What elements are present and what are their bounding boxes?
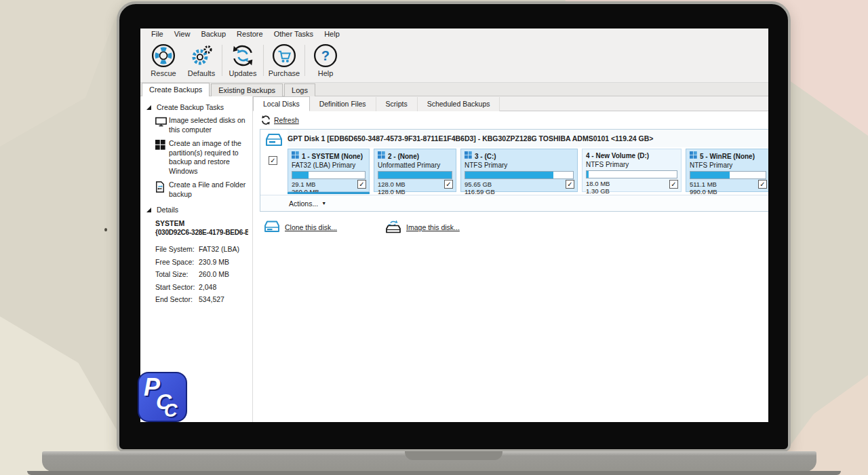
partition-usage-fill — [292, 172, 309, 178]
tree-header-label: Create Backup Tasks — [157, 103, 224, 111]
partition-sizes: 128.0 MB128.0 MB — [378, 180, 452, 195]
partition-usage-bar — [292, 171, 366, 179]
image-disk-link[interactable]: Image this disk... — [406, 223, 460, 231]
partition-filesystem: Unformatted Primary — [378, 161, 452, 170]
main-tab-strip: Create BackupsExisting BackupsLogs — [140, 83, 768, 96]
task-item[interactable]: Create an image of the partition(s) requ… — [155, 139, 250, 176]
partition-usage-bar — [586, 170, 677, 178]
partition-checkbox[interactable]: ✓ — [566, 180, 574, 189]
menu-help[interactable]: Help — [319, 28, 345, 40]
create-backup-tasks-header[interactable]: Create Backup Tasks — [140, 103, 252, 111]
partition-usage-bar — [690, 171, 766, 179]
menu-backup[interactable]: Backup — [195, 28, 231, 40]
subtab-scripts[interactable]: Scripts — [376, 97, 418, 111]
task-item[interactable]: Image selected disks on this computer — [155, 116, 250, 134]
partition-box[interactable]: 2 - (None)Unformatted Primary128.0 MB128… — [374, 149, 456, 192]
defaults-icon — [189, 43, 214, 68]
partition-filesystem: NTFS Primary — [586, 160, 677, 169]
partition-name: 2 - (None) — [388, 152, 419, 161]
actions-dropdown[interactable]: Actions... — [289, 200, 318, 208]
updates-button[interactable]: Updates — [224, 43, 262, 77]
partition-box[interactable]: 3 - (C:)NTFS Primary95.65 GB116.59 GB✓ — [460, 149, 578, 192]
partition-sizes: 18.0 MB1.30 GB — [586, 180, 677, 195]
details-panel: SYSTEM {030D92C6-328E-4179-BED6-B1 File … — [155, 218, 248, 306]
tree-header-label: Details — [157, 206, 178, 214]
detail-value: 534,527 — [199, 295, 224, 303]
defaults-button[interactable]: Defaults — [182, 43, 220, 77]
rescue-icon — [151, 43, 176, 68]
partition-usage-bar — [465, 171, 574, 179]
partition-checkbox[interactable]: ✓ — [444, 180, 453, 189]
tab-existing-backups[interactable]: Existing Backups — [211, 83, 283, 96]
detail-label: Start Sector: — [155, 281, 199, 294]
partition-name: 4 - New Volume (D:) — [586, 151, 649, 160]
partition-name: 1 - SYSTEM (None) — [302, 152, 363, 161]
partition-box[interactable]: 4 - New Volume (D:)NTFS Primary18.0 MB1.… — [582, 149, 682, 192]
file-backup-icon — [155, 180, 169, 199]
partition-sizes: 95.65 GB116.59 GB — [465, 180, 574, 195]
toolbar: RescueDefaultsUpdatesPurchase?Help — [140, 40, 768, 83]
refresh-icon — [261, 115, 271, 125]
partition-usage-fill — [587, 171, 589, 178]
clone-disk-link[interactable]: Clone this disk... — [285, 223, 337, 231]
laptop-base — [42, 451, 816, 472]
app-window: FileViewBackupRestoreOther TasksHelp Res… — [140, 28, 768, 422]
task-label: Create an image of the partition(s) requ… — [169, 139, 250, 176]
expander-icon — [146, 208, 151, 212]
help-button[interactable]: ?Help — [307, 43, 344, 77]
menu-view[interactable]: View — [169, 28, 196, 40]
purchase-button[interactable]: Purchase — [265, 43, 303, 77]
hard-disk-icon — [264, 132, 284, 148]
details-header[interactable]: Details — [140, 206, 252, 214]
partition-checkbox[interactable]: ✓ — [758, 180, 767, 189]
tab-logs[interactable]: Logs — [284, 83, 315, 96]
watermark-logo: P C C — [138, 372, 187, 422]
laptop-base-edge — [27, 471, 841, 475]
help-icon: ? — [313, 43, 338, 68]
purchase-icon — [272, 43, 296, 68]
detail-label: Free Space: — [155, 256, 199, 269]
partition-box[interactable]: 1 - SYSTEM (None)FAT32 (LBA) Primary29.1… — [288, 149, 370, 192]
partition-checkbox[interactable]: ✓ — [669, 180, 678, 189]
subtab-scheduled-backups[interactable]: Scheduled Backups — [418, 97, 500, 111]
toolbar-separator — [263, 45, 264, 76]
image-disk-icon — [384, 220, 402, 235]
rescue-button[interactable]: Rescue — [144, 43, 182, 77]
detail-label: File System: — [155, 243, 199, 256]
logo-letter: C — [164, 402, 178, 420]
windows-logo-icon — [465, 151, 472, 161]
disk-checkbox[interactable]: ✓ — [269, 156, 277, 165]
partition-usage-fill — [465, 172, 553, 178]
partition-checkbox[interactable]: ✓ — [357, 180, 366, 189]
task-label: Create a File and Folder backup — [169, 180, 250, 199]
image-disk-link-item: Image this disk... — [384, 220, 460, 235]
toolbar-button-label: Help — [318, 69, 334, 77]
background-shape — [0, 0, 122, 163]
partition-name: 5 - WinRE (None) — [700, 152, 755, 161]
task-item[interactable]: Create a File and Folder backup — [155, 180, 250, 199]
partition-name: 3 - (C:) — [475, 152, 496, 161]
windows-logo-icon — [378, 151, 385, 161]
background-speck — [104, 228, 107, 231]
svg-text:?: ? — [321, 48, 330, 63]
laptop-trackpad-notch — [405, 451, 502, 460]
partition-box[interactable]: 5 - WinRE (None)NTFS Primary511.1 MB990.… — [686, 149, 768, 192]
subtab-local-disks[interactable]: Local Disks — [253, 96, 310, 111]
tab-create-backups[interactable]: Create Backups — [142, 83, 210, 96]
clone-disk-link-item: Clone this disk... — [263, 220, 337, 235]
detail-row: Total Size:260.0 MB — [155, 268, 248, 281]
partition-filesystem: FAT32 (LBA) Primary — [292, 161, 366, 170]
menu-other-tasks[interactable]: Other Tasks — [269, 28, 319, 40]
detail-row: Free Space:230.9 MB — [155, 256, 248, 269]
partition-filesystem: NTFS Primary — [465, 161, 574, 170]
menu-restore[interactable]: Restore — [231, 28, 269, 40]
menu-file[interactable]: File — [146, 28, 169, 40]
partition-usage-fill — [378, 172, 452, 178]
updates-icon — [231, 43, 255, 68]
partition-guid: {030D92C6-328E-4179-BED6-B1 — [155, 228, 248, 238]
subtab-definition-files[interactable]: Definition Files — [310, 97, 376, 111]
windows-logo-icon — [292, 151, 299, 161]
refresh-link[interactable]: Refresh — [274, 116, 299, 124]
detail-label: Total Size: — [155, 268, 199, 281]
monitor-icon — [155, 116, 169, 134]
